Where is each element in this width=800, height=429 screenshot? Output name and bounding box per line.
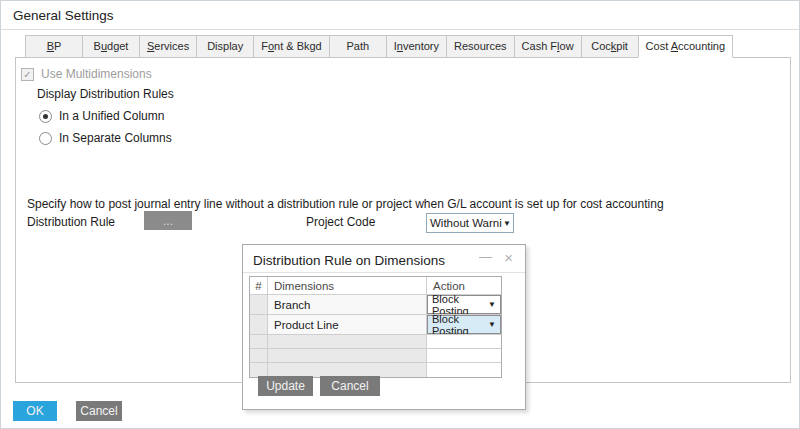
row-number-cell[interactable]: [250, 349, 268, 362]
distribution-rule-dialog: Distribution Rule on Dimensions — × #Dim…: [242, 244, 526, 410]
row-number-cell[interactable]: [250, 363, 268, 377]
tab-label: Coc: [591, 40, 611, 52]
project-code-label: Project Code: [306, 215, 375, 229]
action-cell[interactable]: [427, 335, 501, 348]
dialog-title: Distribution Rule on Dimensions: [253, 253, 445, 268]
general-settings-window: General Settings BPBudgetServicesDisplay…: [0, 0, 800, 429]
table-row: BranchBlock Posting▼: [250, 295, 501, 315]
tab-label: ervices: [154, 40, 189, 52]
tab-budget[interactable]: Budget: [82, 35, 140, 58]
dimension-cell[interactable]: [268, 349, 427, 362]
minimize-icon[interactable]: —: [479, 249, 492, 264]
dialog-title-separator: [243, 272, 525, 273]
tab-label: Display: [207, 40, 243, 52]
tab-label: pit: [616, 40, 628, 52]
dialog-cancel-button[interactable]: Cancel: [320, 376, 380, 396]
row-number-cell[interactable]: [250, 295, 268, 314]
distribution-rule-browse-button[interactable]: ...: [144, 211, 192, 230]
radio-option[interactable]: In Separate Columns: [39, 127, 172, 149]
dimension-cell[interactable]: [268, 363, 427, 377]
tab-cash-flow[interactable]: Cash Flow: [514, 35, 582, 58]
chevron-down-icon: ▼: [488, 300, 496, 309]
table-row: Product LineBlock Posting▼: [250, 315, 501, 335]
use-multidimensions-row: ✓ Use Multidimensions: [21, 67, 152, 81]
tab-resources[interactable]: Resources: [446, 35, 515, 58]
close-icon[interactable]: ×: [504, 250, 513, 265]
tab-bp[interactable]: BP: [25, 35, 83, 58]
table-row: [250, 349, 501, 363]
radio-option-label: In Separate Columns: [59, 131, 172, 145]
tab-cost-accounting[interactable]: Cost Accounting: [638, 35, 734, 58]
tab-label: P: [54, 40, 61, 52]
table-header-row: #DimensionsAction: [250, 277, 501, 295]
cancel-button[interactable]: Cancel: [76, 401, 122, 421]
tab-label: Path: [346, 40, 369, 52]
ok-button[interactable]: OK: [13, 401, 57, 421]
radio-option[interactable]: In a Unified Column: [39, 105, 172, 127]
tab-path[interactable]: Path: [329, 35, 387, 58]
row-number-cell[interactable]: [250, 335, 268, 348]
action-value: Block Posting: [432, 295, 488, 314]
tab-services[interactable]: Services: [139, 35, 197, 58]
dimensions-table: #DimensionsActionBranchBlock Posting▼Pro…: [249, 276, 502, 378]
dimension-cell[interactable]: [268, 335, 427, 348]
display-distribution-rules-label: Display Distribution Rules: [37, 87, 174, 101]
radio-selected-icon[interactable]: [39, 110, 52, 123]
post-journal-note: Specify how to post journal entry line w…: [27, 197, 727, 211]
column-header: #: [250, 277, 268, 294]
tab-font-bkgd[interactable]: Font & Bkgd: [253, 35, 330, 58]
action-cell[interactable]: [427, 349, 501, 362]
tab-bar: BPBudgetServicesDisplayFont & BkgdPathIn…: [26, 35, 733, 58]
tab-label: Cost: [646, 40, 671, 52]
dimension-cell[interactable]: Branch: [268, 295, 427, 314]
action-value: Block Posting: [432, 315, 488, 334]
tab-label: B: [94, 40, 101, 52]
tab-label: ventory: [403, 40, 439, 52]
title-separator: [1, 29, 800, 30]
table-row: [250, 335, 501, 349]
action-cell[interactable]: [427, 363, 501, 377]
dimension-cell[interactable]: Product Line: [268, 315, 427, 334]
radio-unselected-icon[interactable]: [39, 132, 52, 145]
action-dropdown[interactable]: Block Posting▼: [427, 315, 501, 334]
column-header: Dimensions: [268, 277, 427, 294]
tab-mnemonic: A: [671, 40, 678, 52]
project-code-value: Without Warni: [430, 217, 502, 229]
action-cell[interactable]: Block Posting▼: [427, 315, 501, 334]
action-dropdown[interactable]: Block Posting▼: [427, 295, 501, 314]
tab-inventory[interactable]: Inventory: [386, 35, 447, 58]
tab-display[interactable]: Display: [196, 35, 254, 58]
tab-label: nt & Bkgd: [274, 40, 322, 52]
tab-mnemonic: B: [47, 40, 54, 52]
tab-label: ow: [560, 40, 574, 52]
radio-option-label: In a Unified Column: [59, 109, 164, 123]
tab-cockpit[interactable]: Cockpit: [581, 35, 639, 58]
checkbox-checked-icon[interactable]: ✓: [21, 68, 34, 81]
tab-label: F: [261, 40, 268, 52]
tab-label: Cash F: [522, 40, 557, 52]
chevron-down-icon: ▼: [488, 320, 496, 329]
tab-label: Resources: [454, 40, 507, 52]
row-number-cell[interactable]: [250, 315, 268, 334]
project-code-dropdown[interactable]: Without Warni ▼: [426, 213, 514, 233]
use-multidimensions-label: Use Multidimensions: [41, 67, 152, 81]
update-button[interactable]: Update: [258, 376, 313, 396]
action-cell[interactable]: Block Posting▼: [427, 295, 501, 314]
table-row: [250, 363, 501, 377]
distribution-rules-radio-group: In a Unified ColumnIn Separate Columns: [39, 105, 172, 149]
column-header: Action: [427, 277, 501, 294]
chevron-down-icon: ▼: [503, 219, 511, 228]
page-title: General Settings: [13, 8, 114, 23]
tab-label: dget: [107, 40, 128, 52]
tab-label: ccounting: [678, 40, 725, 52]
distribution-rule-label: Distribution Rule: [27, 215, 115, 229]
